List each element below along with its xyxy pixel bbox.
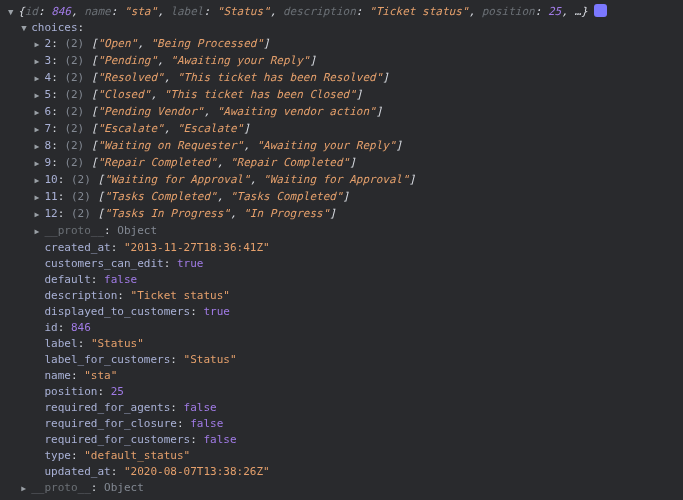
toggle-icon — [35, 400, 45, 416]
toggle-icon[interactable] — [35, 172, 45, 189]
property-value: false — [190, 417, 223, 430]
property-row[interactable]: position: 25 — [0, 384, 683, 400]
property-key: created_at — [45, 241, 111, 254]
toggle-icon — [35, 432, 45, 448]
property-value: true — [177, 257, 204, 270]
choice-index: 10 — [45, 173, 58, 186]
property-value: false — [104, 273, 137, 286]
property-key: id — [45, 321, 58, 334]
toggle-icon — [35, 240, 45, 256]
object-summary[interactable]: {id: 846, name: "sta", label: "Status", … — [0, 4, 683, 20]
choice-row[interactable]: 12: (2) ["Tasks In Progress", "In Progre… — [0, 206, 683, 223]
toggle-icon[interactable] — [35, 206, 45, 223]
toggle-icon — [35, 256, 45, 272]
property-value: "sta" — [84, 369, 117, 382]
property-key: displayed_to_customers — [45, 305, 191, 318]
toggle-icon — [35, 352, 45, 368]
choice-index: 12 — [45, 207, 58, 220]
property-key: required_for_closure — [45, 417, 177, 430]
property-row[interactable]: label: "Status" — [0, 336, 683, 352]
choice-row[interactable]: 3: (2) ["Pending", "Awaiting your Reply"… — [0, 53, 683, 70]
toggle-icon — [35, 336, 45, 352]
property-row[interactable]: label_for_customers: "Status" — [0, 352, 683, 368]
toggle-icon — [35, 304, 45, 320]
property-key: name — [45, 369, 72, 382]
property-value: 846 — [71, 321, 91, 334]
toggle-icon[interactable] — [8, 4, 18, 20]
property-key: description — [45, 289, 118, 302]
toggle-icon[interactable] — [35, 87, 45, 104]
property-row[interactable]: updated_at: "2020-08-07T13:38:26Z" — [0, 464, 683, 480]
property-row[interactable]: type: "default_status" — [0, 448, 683, 464]
toggle-icon — [35, 416, 45, 432]
property-row[interactable]: customers_can_edit: true — [0, 256, 683, 272]
choice-row[interactable]: 8: (2) ["Waiting on Requester", "Awaitin… — [0, 138, 683, 155]
toggle-icon[interactable] — [35, 53, 45, 70]
property-key: customers_can_edit — [45, 257, 164, 270]
choice-index: 11 — [45, 190, 58, 203]
property-key: required_for_agents — [45, 401, 171, 414]
toggle-icon — [35, 448, 45, 464]
summary-label: Status — [223, 5, 263, 18]
property-row[interactable]: default: false — [0, 272, 683, 288]
property-key: label — [45, 337, 78, 350]
property-row[interactable]: name: "sta" — [0, 368, 683, 384]
toggle-icon[interactable] — [35, 138, 45, 155]
toggle-icon[interactable] — [35, 36, 45, 53]
toggle-icon[interactable] — [35, 104, 45, 121]
property-value: false — [184, 401, 217, 414]
property-row[interactable]: description: "Ticket status" — [0, 288, 683, 304]
choice-row[interactable]: 6: (2) ["Pending Vendor", "Awaiting vend… — [0, 104, 683, 121]
property-row[interactable]: displayed_to_customers: true — [0, 304, 683, 320]
toggle-icon[interactable] — [35, 189, 45, 206]
choice-row[interactable]: 4: (2) ["Resolved", "This ticket has bee… — [0, 70, 683, 87]
property-row[interactable]: id: 846 — [0, 320, 683, 336]
proto-value: Object — [104, 481, 144, 494]
choice-row[interactable]: 7: (2) ["Escalate", "Escalate"] — [0, 121, 683, 138]
property-row[interactable]: required_for_agents: false — [0, 400, 683, 416]
property-value: "Status" — [184, 353, 237, 366]
property-key: type — [45, 449, 72, 462]
toggle-icon[interactable] — [21, 20, 31, 36]
toggle-icon — [35, 272, 45, 288]
property-row[interactable]: required_for_closure: false — [0, 416, 683, 432]
choice-row[interactable]: 10: (2) ["Waiting for Approval", "Waitin… — [0, 172, 683, 189]
toggle-icon[interactable] — [35, 70, 45, 87]
toggle-icon — [35, 288, 45, 304]
property-value: 25 — [111, 385, 124, 398]
choice-row[interactable]: 5: (2) ["Closed", "This ticket has been … — [0, 87, 683, 104]
property-value: "Status" — [91, 337, 144, 350]
property-value: "default_status" — [84, 449, 190, 462]
toggle-icon[interactable] — [35, 155, 45, 172]
toggle-icon — [35, 384, 45, 400]
property-value: "2020-08-07T13:38:26Z" — [124, 465, 270, 478]
property-row[interactable]: created_at: "2013-11-27T18:36:41Z" — [0, 240, 683, 256]
property-key: updated_at — [45, 465, 111, 478]
property-key: label_for_customers — [45, 353, 171, 366]
property-key: default — [45, 273, 91, 286]
property-key: required_for_customers — [45, 433, 191, 446]
property-key: position — [45, 385, 98, 398]
proto-value: Object — [117, 224, 157, 237]
toggle-icon[interactable] — [35, 121, 45, 138]
property-value: true — [203, 305, 230, 318]
summary-description: Ticket status — [376, 5, 462, 18]
summary-position: 25 — [548, 5, 561, 18]
property-value: "Ticket status" — [131, 289, 230, 302]
property-row[interactable]: required_for_customers: false — [0, 432, 683, 448]
choices-key[interactable]: choices: — [0, 20, 683, 36]
proto-row[interactable]: __proto__: Object — [0, 223, 683, 240]
toggle-icon[interactable] — [35, 223, 45, 240]
summary-name: sta — [131, 5, 151, 18]
toggle-icon — [35, 464, 45, 480]
summary-id: 846 — [51, 5, 71, 18]
choice-row[interactable]: 9: (2) ["Repair Completed", "Repair Comp… — [0, 155, 683, 172]
toggle-icon[interactable] — [21, 480, 31, 497]
property-value: "2013-11-27T18:36:41Z" — [124, 241, 270, 254]
object-badge-icon[interactable] — [594, 4, 607, 17]
toggle-icon — [35, 368, 45, 384]
choice-row[interactable]: 2: (2) ["Open", "Being Processed"] — [0, 36, 683, 53]
property-value: false — [203, 433, 236, 446]
proto-row[interactable]: __proto__: Object — [0, 480, 683, 497]
choice-row[interactable]: 11: (2) ["Tasks Completed", "Tasks Compl… — [0, 189, 683, 206]
